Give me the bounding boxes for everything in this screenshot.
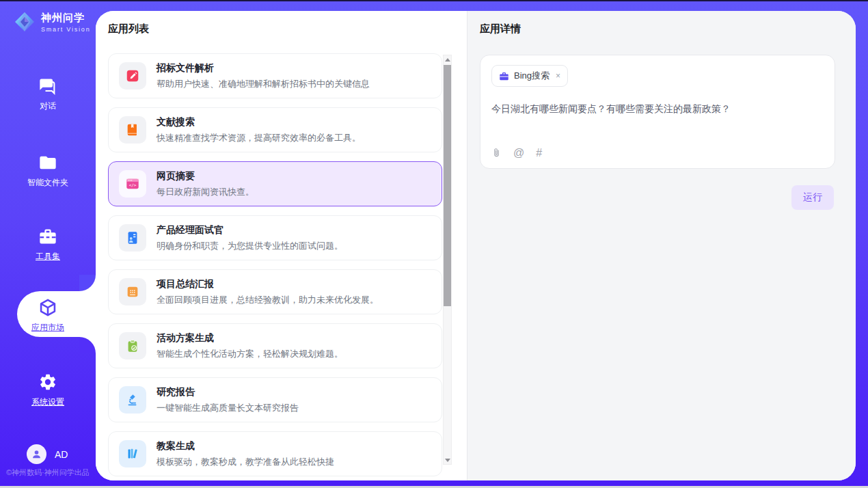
- prompt-input-card[interactable]: Bing搜索 × 今日湖北有哪些新闻要点？有哪些需要关注的最新政策？ @ #: [480, 55, 835, 169]
- window-top-edge: [0, 0, 868, 1]
- app-icon-box: [119, 116, 146, 144]
- app-name: 产品经理面试官: [157, 224, 343, 236]
- chip-close-icon[interactable]: ×: [556, 71, 560, 81]
- app-desc: 帮助用户快速、准确地理解和解析招标书中的关键信息: [157, 78, 370, 90]
- paperclip-icon[interactable]: [491, 147, 502, 159]
- clipboard-check-icon: [125, 338, 140, 353]
- app-list-title: 应用列表: [108, 23, 149, 36]
- app-desc: 每日政府新闻资讯快查。: [157, 186, 254, 198]
- app-icon-box: </>: [119, 170, 146, 198]
- svg-text:</>: </>: [129, 182, 137, 187]
- tool-chip-bing-search[interactable]: Bing搜索 ×: [491, 65, 568, 87]
- sidebar-item-label: 应用市场: [0, 322, 96, 334]
- run-button[interactable]: 运行: [791, 185, 834, 210]
- scrollbar-thumb[interactable]: [444, 65, 451, 306]
- sidebar-item-label: 对话: [0, 100, 96, 112]
- note-icon: [125, 284, 140, 299]
- app-desc: 全面回顾项目进展，总结经验教训，助力未来优化发展。: [157, 294, 379, 306]
- app-desc: 一键智能生成高质量长文本研究报告: [157, 402, 299, 414]
- app-desc: 明确身份和职责，为您提供专业性的面试问题。: [157, 240, 343, 252]
- query-text[interactable]: 今日湖北有哪些新闻要点？有哪些需要关注的最新政策？: [491, 103, 824, 116]
- app-name: 招标文件解析: [157, 62, 370, 74]
- user-account[interactable]: AD: [27, 444, 68, 464]
- resume-icon: [125, 230, 140, 245]
- edit-square-icon: [125, 68, 140, 83]
- sidebar-item-label: 系统设置: [0, 396, 96, 408]
- sidebar-item-label: 智能文件夹: [0, 177, 96, 189]
- microscope-icon: [125, 392, 140, 407]
- gear-icon: [38, 372, 57, 392]
- diamond-logo-icon: [14, 11, 36, 33]
- app-desc: 智能生成个性化活动方案，轻松解决规划难题。: [157, 348, 343, 360]
- app-list-panel: 应用列表 招标文件解析 帮助用户快速、准确地理解和解析招标书中的关键信息: [96, 11, 467, 480]
- app-name: 研究报告: [157, 386, 299, 398]
- app-detail-panel: 应用详情 Bing搜索 × 今日湖北有哪些新闻要点？有哪些需要关注的最新政策？ …: [467, 11, 856, 480]
- copyright-footer: ©神州数码·神州问学出品: [6, 467, 90, 478]
- app-card-literature-search[interactable]: 文献搜索 快速精准查找学术资源，提高研究效率的必备工具。: [108, 107, 442, 152]
- app-desc: 模板驱动，教案秒成，教学准备从此轻松快捷: [157, 456, 334, 468]
- app-desc: 快速精准查找学术资源，提高研究效率的必备工具。: [157, 132, 361, 144]
- cube-icon: [38, 298, 57, 317]
- sidebar-item-app-market[interactable]: 应用市场: [0, 298, 96, 334]
- chat-icon: [38, 77, 57, 96]
- scroll-up-arrow-icon[interactable]: [444, 55, 451, 64]
- input-toolbar: @ #: [491, 147, 542, 159]
- app-icon-box: [119, 62, 146, 90]
- bubble-flare-bottom: [79, 337, 96, 353]
- app-card-project-summary[interactable]: 项目总结汇报 全面回顾项目进展，总结经验教训，助力未来优化发展。: [108, 269, 442, 314]
- app-name: 网页摘要: [157, 170, 254, 182]
- app-icon-box: [119, 440, 146, 467]
- toolbox-icon: [38, 227, 57, 246]
- sidebar-item-toolset[interactable]: 工具集: [0, 227, 96, 262]
- avatar: [27, 444, 46, 464]
- book-icon: [125, 122, 140, 137]
- brand-logo: 神州问学 Smart Vision: [14, 11, 90, 33]
- books-icon: [125, 446, 140, 461]
- app-icon-box: [119, 224, 146, 252]
- app-list-scrollbar[interactable]: [443, 55, 452, 465]
- app-card-list: 招标文件解析 帮助用户快速、准确地理解和解析招标书中的关键信息 文献搜索: [108, 53, 442, 480]
- app-card-event-plan[interactable]: 活动方案生成 智能生成个性化活动方案，轻松解决规划难题。: [108, 323, 442, 368]
- app-card-bid-parse[interactable]: 招标文件解析 帮助用户快速、准确地理解和解析招标书中的关键信息: [108, 53, 442, 98]
- bubble-flare-top: [79, 275, 96, 291]
- app-name: 项目总结汇报: [157, 278, 379, 290]
- app-icon-box: [119, 386, 146, 414]
- app-icon-box: [119, 332, 146, 360]
- sidebar-item-smart-folders[interactable]: 智能文件夹: [0, 153, 96, 189]
- sidebar-item-settings[interactable]: 系统设置: [0, 372, 96, 408]
- brand-subtitle: Smart Vision: [41, 26, 90, 33]
- tool-chip-label: Bing搜索: [514, 70, 550, 82]
- user-name: AD: [55, 449, 68, 460]
- main-content: 应用列表 招标文件解析 帮助用户快速、准确地理解和解析招标书中的关键信息: [96, 11, 856, 480]
- person-icon: [31, 448, 42, 460]
- app-card-research-report[interactable]: 研究报告 一键智能生成高质量长文本研究报告: [108, 377, 442, 422]
- app-card-lesson-plan[interactable]: 教案生成 模板驱动，教案秒成，教学准备从此轻松快捷: [108, 431, 442, 476]
- at-icon[interactable]: @: [513, 148, 524, 159]
- sidebar-item-chat[interactable]: 对话: [0, 77, 96, 112]
- app-icon-box: [119, 278, 146, 306]
- scroll-down-arrow-icon[interactable]: [444, 456, 451, 464]
- briefcase-icon: [499, 71, 509, 81]
- app-name: 活动方案生成: [157, 332, 343, 344]
- sidebar: 神州问学 Smart Vision 对话 智能文件夹: [0, 1, 96, 488]
- folder-icon: [38, 153, 57, 172]
- app-window: 神州问学 Smart Vision 对话 智能文件夹: [0, 0, 868, 488]
- app-detail-title: 应用详情: [480, 23, 521, 36]
- brand-name: 神州问学: [41, 12, 90, 25]
- browser-code-icon: </>: [125, 176, 140, 191]
- app-name: 教案生成: [157, 440, 334, 452]
- app-card-web-summary[interactable]: </> 网页摘要 每日政府新闻资讯快查。: [108, 161, 442, 206]
- sidebar-item-label: 工具集: [0, 251, 96, 262]
- hash-icon[interactable]: #: [536, 148, 542, 159]
- app-name: 文献搜索: [157, 116, 361, 128]
- app-card-pm-interviewer[interactable]: 产品经理面试官 明确身份和职责，为您提供专业性的面试问题。: [108, 215, 442, 260]
